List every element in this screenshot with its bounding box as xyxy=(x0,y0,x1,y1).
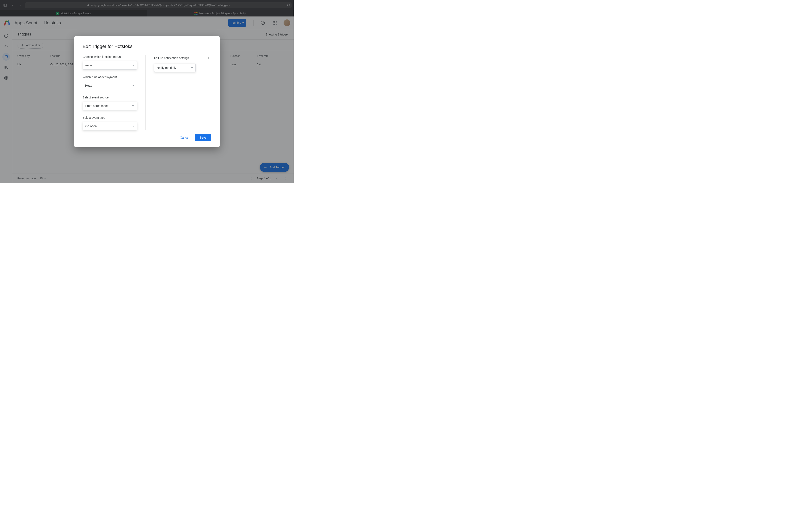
failure-notification-label: Failure notification settings xyxy=(154,56,189,60)
event-source-label: Select event source xyxy=(83,96,137,99)
event-type-value: On open xyxy=(86,124,97,128)
save-button[interactable]: Save xyxy=(195,134,211,141)
function-label: Choose which function to run xyxy=(83,55,137,59)
deployment-select[interactable]: Head xyxy=(83,81,137,90)
add-notification-button[interactable] xyxy=(205,55,211,61)
edit-trigger-dialog: Edit Trigger for Hotstoks Choose which f… xyxy=(74,36,220,147)
deployment-value: Head xyxy=(85,84,92,87)
event-type-label: Select event type xyxy=(83,116,137,119)
function-select[interactable]: main xyxy=(83,61,137,69)
event-type-select[interactable]: On open xyxy=(83,122,137,130)
deployment-label: Which runs at deployment xyxy=(83,75,137,79)
chevron-down-icon xyxy=(132,126,134,127)
chevron-down-icon xyxy=(133,85,135,86)
failure-notification-select[interactable]: Notify me daily xyxy=(154,64,196,72)
failure-notification-value: Notify me daily xyxy=(157,66,176,69)
cancel-button[interactable]: Cancel xyxy=(179,134,190,141)
plus-icon xyxy=(206,56,210,60)
function-value: main xyxy=(86,64,92,67)
dialog-title: Edit Trigger for Hotstoks xyxy=(83,44,211,49)
chevron-down-icon xyxy=(132,105,134,107)
chevron-down-icon xyxy=(132,65,134,66)
event-source-value: From spreadsheet xyxy=(86,104,109,108)
chevron-down-icon xyxy=(191,67,193,68)
event-source-select[interactable]: From spreadsheet xyxy=(83,102,137,110)
